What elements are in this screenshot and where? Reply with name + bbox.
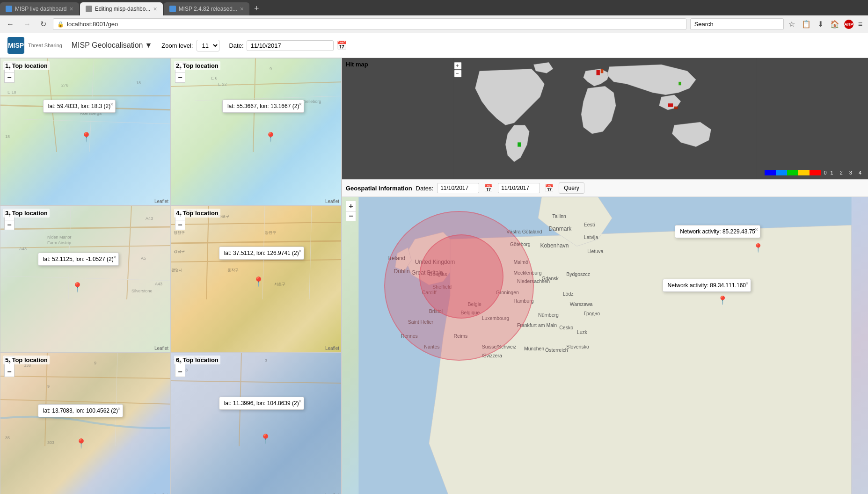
geo-date-to[interactable] <box>498 183 540 193</box>
legend-seg-4 <box>810 170 821 175</box>
new-tab-button[interactable]: + <box>250 2 263 15</box>
map-tile-1: E 18 276 18 18 Åkersberga + − lat: 59.48… <box>0 58 171 205</box>
map-bg-5: 338 338 9 9 35 303 + − lat: 13.7083, lon… <box>0 353 170 494</box>
svg-text:A5: A5 <box>141 256 146 261</box>
leaflet-attr-4[interactable]: Leaflet <box>325 346 339 351</box>
svg-text:35: 35 <box>5 436 10 440</box>
home-button[interactable]: 🏠 <box>828 19 841 29</box>
svg-text:동작구: 동작구 <box>227 268 239 272</box>
search-input[interactable] <box>690 18 784 30</box>
zoom-out-4[interactable]: − <box>175 220 185 230</box>
hit-map-bg: Hit map <box>342 58 868 179</box>
svg-text:A43: A43 <box>155 282 162 286</box>
network-popup-2: Network activity: 89.34.111.160 × <box>663 279 751 292</box>
zoom-out-5[interactable]: − <box>4 367 15 377</box>
address-bar-row: ← → ↻ 🔒 localhost:8001/geo ☆ 📋 ⬇ 🏠 ARP ≡ <box>0 15 868 33</box>
zoom-out-6[interactable]: − <box>175 367 185 377</box>
map-pin-5 <box>75 438 87 449</box>
legend-seg-0 <box>765 170 776 175</box>
zoom-out-3[interactable]: − <box>4 220 15 230</box>
tab-close-editing[interactable]: × <box>153 5 157 13</box>
map-popup-close-2[interactable]: × <box>299 101 302 108</box>
zoom-select[interactable]: 11 <box>197 40 219 51</box>
query-button[interactable]: Query <box>559 182 584 194</box>
map-roads-3: A5 A43 A43 A43 A5 Niden Manor Farm Airst… <box>0 206 170 352</box>
legend-label-0: 0 <box>824 170 826 175</box>
tab-close-dashboard[interactable]: × <box>70 5 73 13</box>
svg-text:303: 303 <box>47 440 54 445</box>
network-popup-close-1[interactable]: × <box>755 226 758 233</box>
date-input[interactable] <box>247 40 334 51</box>
map-bg-1: E 18 276 18 18 Åkersberga + − lat: 59.48… <box>0 58 170 205</box>
svg-text:−: − <box>456 71 459 76</box>
url-text: localhost:8001/geo <box>67 21 118 28</box>
geo-section: Geospatial information Dates: 📅 📅 Query <box>342 180 868 494</box>
map-popup-close-6[interactable]: × <box>299 398 302 405</box>
svg-text:광진구: 광진구 <box>265 231 276 235</box>
app-title[interactable]: MISP Geolocalisation ▼ <box>72 41 153 50</box>
tab-editing[interactable]: Editing misp-dashbo... × <box>80 2 163 15</box>
user-avatar[interactable]: ARP <box>844 20 853 29</box>
network-popup-close-2[interactable]: × <box>745 280 749 287</box>
map-roads-5: 338 338 9 9 35 303 <box>0 353 170 494</box>
bookmark-button[interactable]: ☆ <box>787 19 797 29</box>
svg-text:18: 18 <box>136 80 141 85</box>
network-popup-1: Network activity: 85.229.43.75 × <box>675 225 760 238</box>
back-button[interactable]: ← <box>4 19 17 29</box>
map-pin-4 <box>253 276 264 287</box>
menu-button[interactable]: ≡ <box>856 19 864 29</box>
map-tile-2: E 6 E 22 9 Trelleborg + − lat: 55.3667, … <box>171 58 342 205</box>
map-tile-3: A5 A43 A43 A43 A5 Niden Manor Farm Airst… <box>0 205 171 353</box>
geo-date-from[interactable] <box>437 183 479 193</box>
svg-text:Cesko: Cesko <box>559 325 573 330</box>
svg-text:E 18: E 18 <box>7 90 16 94</box>
map-popup-close-1[interactable]: × <box>110 101 113 108</box>
svg-text:+: + <box>456 63 459 68</box>
date-label: Date: <box>229 42 243 49</box>
map-popup-close-5[interactable]: × <box>117 406 121 412</box>
download-button[interactable]: ⬇ <box>816 19 825 29</box>
zoom-out-2[interactable]: − <box>175 73 185 83</box>
reload-button[interactable]: ↻ <box>37 19 49 29</box>
svg-text:Nürnberg: Nürnberg <box>538 312 559 318</box>
svg-line-3 <box>24 119 170 124</box>
map-bg-2: E 6 E 22 9 Trelleborg + − lat: 55.3667, … <box>171 58 341 205</box>
lock-icon: 🔒 <box>57 21 64 28</box>
svg-text:Danmark: Danmark <box>549 225 572 232</box>
map-tile-title-5: 5. Top location <box>3 356 50 364</box>
geo-calendar-from[interactable]: 📅 <box>483 184 494 193</box>
zoom-out-1[interactable]: − <box>4 73 15 83</box>
leaflet-attr-2[interactable]: Leaflet <box>325 199 339 204</box>
bookmark-manage-button[interactable]: 📋 <box>800 19 813 29</box>
leaflet-attr-3[interactable]: Leaflet <box>154 346 168 351</box>
forward-button[interactable]: → <box>21 19 34 29</box>
url-bar[interactable]: 🔒 localhost:8001/geo <box>53 18 686 30</box>
geo-zoom-out[interactable]: − <box>346 211 356 221</box>
calendar-button[interactable]: 📅 <box>336 40 347 51</box>
map-tile-title-3: 3. Top location <box>3 209 50 218</box>
pink-circle-small <box>419 234 503 319</box>
svg-rect-62 <box>518 142 521 146</box>
map-pin-2 <box>265 131 277 143</box>
tab-label-dashboard: MISP live dashboard <box>15 6 67 12</box>
tab-misp-release[interactable]: MISP 2.4.82 released... × <box>164 2 249 15</box>
geo-zoom-in[interactable]: + <box>346 201 356 211</box>
svg-line-19 <box>127 206 131 299</box>
left-panel: E 18 276 18 18 Åkersberga + − lat: 59.48… <box>0 58 342 494</box>
svg-line-47 <box>115 353 117 446</box>
map-popup-close-3[interactable]: × <box>113 254 117 261</box>
map-bg-4: 서울특별시 마포구 양천구 강남구 광명시 동작구 서초구 광진구 + − la… <box>171 206 341 352</box>
svg-text:서초구: 서초구 <box>274 282 285 286</box>
svg-line-17 <box>0 227 170 229</box>
leaflet-attr-1[interactable]: Leaflet <box>154 199 168 204</box>
map-popup-close-4[interactable]: × <box>299 248 302 254</box>
app-header: MISP Threat Sharing MISP Geolocalisation… <box>0 33 868 58</box>
tab-dashboard[interactable]: MISP live dashboard × <box>0 2 79 15</box>
svg-line-46 <box>45 353 47 446</box>
svg-rect-60 <box>597 70 600 75</box>
tab-close-misp-release[interactable]: × <box>240 5 244 13</box>
geo-calendar-to[interactable]: 📅 <box>544 184 555 193</box>
tab-label-misp-release: MISP 2.4.82 released... <box>179 6 237 12</box>
legend-spacer-3: 3 <box>849 170 852 175</box>
tab-icon-misp-release <box>169 6 176 12</box>
